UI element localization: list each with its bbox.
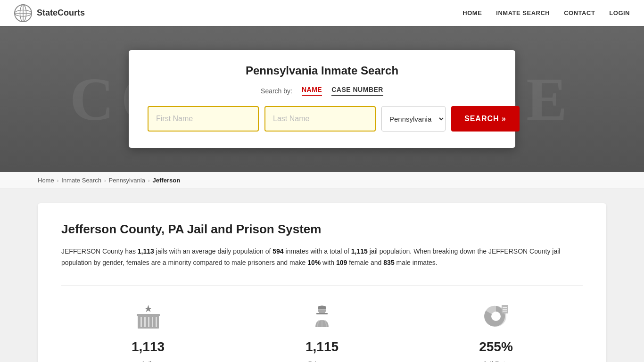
prisoners-label: Prisoners (308, 360, 336, 362)
county-title: Jefferson County, PA Jail and Prison Sys… (61, 222, 583, 237)
desc-jails-count: 1,113 (138, 247, 154, 255)
state-select[interactable]: Pennsylvania Alabama Alaska Arizona Arka… (381, 106, 446, 132)
jail-icon (131, 300, 165, 334)
prisoner-icon (305, 300, 339, 334)
stat-jail-rate: 255% Jail Rate (409, 300, 583, 362)
svg-rect-16 (318, 309, 326, 310)
desc-part3: inmates with a total of (284, 247, 351, 255)
nav-home[interactable]: HOME (462, 9, 482, 16)
desc-avg-pop: 594 (272, 247, 283, 255)
tab-case-number[interactable]: CASE NUMBER (331, 86, 383, 96)
last-name-input[interactable] (264, 106, 376, 132)
svg-marker-12 (145, 305, 152, 312)
stat-prisoners: 1,115 Prisoners (235, 300, 409, 362)
logo-text: StateCourts (37, 8, 85, 18)
breadcrumb-sep-1: › (57, 178, 59, 183)
hero-section: COURTHOUSE Pennsylvania Inmate Search Se… (0, 26, 644, 172)
desc-part7: male inmates. (395, 259, 438, 266)
svg-rect-11 (137, 314, 160, 316)
breadcrumb-current: Jefferson (153, 177, 181, 184)
svg-rect-14 (316, 313, 328, 314)
tab-name[interactable]: NAME (302, 86, 322, 96)
search-card: Pennsylvania Inmate Search Search by: NA… (129, 50, 515, 148)
svg-rect-10 (156, 317, 157, 327)
desc-female-count: 109 (336, 259, 347, 266)
logo-area[interactable]: StateCourts (14, 4, 85, 22)
jail-rate-icon (479, 300, 513, 334)
svg-rect-9 (152, 317, 153, 327)
svg-rect-6 (140, 317, 142, 327)
desc-part6: female and (347, 259, 383, 266)
desc-total-pop: 1,115 (351, 247, 368, 255)
jails-number: 1,113 (132, 339, 165, 354)
jails-label: Jails (141, 360, 155, 362)
content-card: Jefferson County, PA Jail and Prison Sys… (38, 203, 606, 362)
nav-inmate-search[interactable]: INMATE SEARCH (496, 9, 550, 16)
svg-rect-8 (148, 317, 149, 327)
desc-intro: JEFFERSON County has (61, 247, 138, 255)
main-content: Jefferson County, PA Jail and Prison Sys… (0, 189, 644, 362)
breadcrumb-state[interactable]: Pennsylvania (109, 177, 145, 184)
jail-rate-number: 255% (479, 339, 513, 354)
breadcrumb-home[interactable]: Home (38, 177, 54, 184)
nav-login[interactable]: LOGIN (609, 9, 630, 16)
site-header: StateCourts HOME INMATE SEARCH CONTACT L… (0, 0, 644, 26)
prisoners-number: 1,115 (305, 339, 339, 354)
breadcrumb-sep-2: › (104, 178, 106, 183)
breadcrumb: Home › Inmate Search › Pennsylvania › Je… (0, 172, 644, 189)
jail-rate-label: Jail Rate (483, 360, 509, 362)
search-card-title: Pennsylvania Inmate Search (148, 64, 496, 77)
first-name-input[interactable] (148, 106, 259, 132)
desc-part5: with (321, 259, 336, 266)
stats-row: 1,113 Jails (61, 285, 583, 362)
svg-point-21 (491, 312, 501, 321)
search-button[interactable]: SEARCH » (451, 106, 520, 132)
nav-contact[interactable]: CONTACT (564, 9, 595, 16)
logo-icon (14, 4, 32, 22)
desc-part2: jails with an average daily population o… (154, 247, 272, 255)
breadcrumb-sep-3: › (148, 178, 150, 183)
svg-rect-7 (144, 317, 146, 327)
breadcrumb-inmate-search[interactable]: Inmate Search (61, 177, 101, 184)
main-nav: HOME INMATE SEARCH CONTACT LOGIN (462, 9, 630, 16)
desc-female-pct: 10% (307, 259, 321, 266)
desc-male-count: 835 (383, 259, 394, 266)
search-by-row: Search by: NAME CASE NUMBER (148, 86, 496, 96)
search-inputs-row: Pennsylvania Alabama Alaska Arizona Arka… (148, 106, 496, 132)
search-by-label: Search by: (261, 87, 292, 95)
stat-jails: 1,113 Jails (61, 300, 235, 362)
county-description: JEFFERSON County has 1,113 jails with an… (61, 246, 583, 269)
